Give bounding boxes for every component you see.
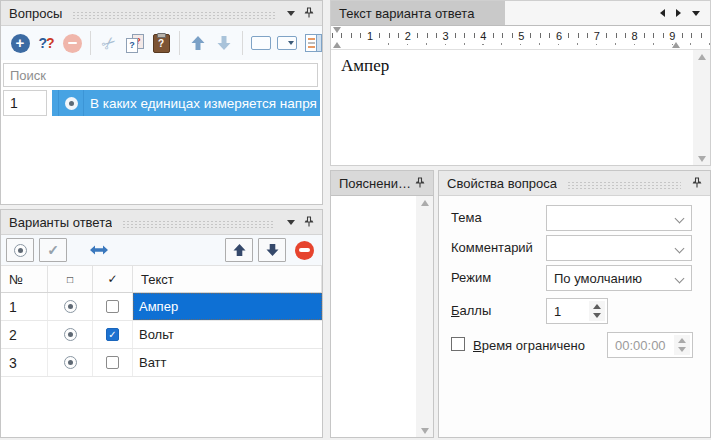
- cut-button[interactable]: [96, 30, 122, 56]
- new-window-button[interactable]: [248, 30, 274, 56]
- explanations-pin-icon[interactable]: [414, 177, 426, 189]
- questions-menu-caret-icon[interactable]: [287, 11, 295, 16]
- window-dropdown-icon: [277, 36, 297, 50]
- swap-answers-button[interactable]: [86, 243, 112, 257]
- theme-combobox[interactable]: [546, 205, 692, 231]
- answer-radio-cell[interactable]: [48, 321, 93, 348]
- properties-panel-title: Свойства вопроса: [447, 176, 557, 191]
- tab-scroll-left-icon[interactable]: [660, 9, 665, 17]
- spin-up-icon[interactable]: [593, 304, 601, 309]
- check-icon: [47, 243, 59, 257]
- right-indent-marker[interactable]: [672, 42, 680, 48]
- remove-answer-button[interactable]: [291, 237, 317, 263]
- scroll-up-icon[interactable]: [698, 54, 706, 60]
- answer-number-cell[interactable]: 3: [1, 349, 48, 376]
- first-line-indent-marker[interactable]: [333, 27, 341, 33]
- ruler[interactable]: 123456789: [331, 26, 710, 50]
- remove-question-button[interactable]: [59, 30, 85, 56]
- answer-text-cell-selected[interactable]: Ампер: [133, 293, 322, 320]
- answers-table-header: № □ ✓ Текст: [1, 265, 322, 293]
- radio-icon[interactable]: [64, 300, 77, 313]
- answer-text-editor[interactable]: Ампер: [331, 50, 710, 166]
- checkbox-unchecked-icon[interactable]: [106, 300, 119, 313]
- properties-panel-header: Свойства вопроса: [439, 171, 710, 196]
- spinner-buttons[interactable]: [589, 301, 605, 321]
- answer-number-cell[interactable]: 1: [1, 293, 48, 320]
- question-selected-region[interactable]: В каких единицах измеряется напря: [52, 90, 320, 116]
- tab-scroll-right-icon[interactable]: [676, 9, 681, 17]
- answer-check-cell[interactable]: [93, 321, 133, 348]
- answer-number-cell[interactable]: 2: [1, 321, 48, 348]
- properties-panel-grip: [567, 181, 681, 190]
- search-input[interactable]: [3, 63, 318, 87]
- answer-row[interactable]: 2 Вольт: [1, 321, 322, 349]
- cut-icon: [98, 32, 120, 54]
- paste-question-button[interactable]: ?: [148, 30, 174, 56]
- answer-text-tab[interactable]: Текст варианта ответа: [331, 1, 505, 25]
- scroll-down-icon[interactable]: [698, 156, 706, 162]
- column-header-number[interactable]: №: [1, 266, 48, 292]
- answer-text-cell[interactable]: Вольт: [133, 321, 322, 348]
- column-header-radio[interactable]: □: [48, 266, 93, 292]
- left-indent-marker[interactable]: [333, 42, 341, 48]
- answer-check-cell[interactable]: [93, 293, 133, 320]
- questions-pin-icon[interactable]: [303, 7, 315, 19]
- radio-icon[interactable]: [64, 356, 77, 369]
- explanations-panel-header: Пояснения...: [331, 171, 433, 196]
- checkbox-unchecked-icon[interactable]: [106, 356, 119, 369]
- scroll-down-icon[interactable]: [421, 428, 429, 434]
- scroll-up-icon[interactable]: [421, 200, 429, 206]
- answer-text-content[interactable]: Ампер: [331, 50, 710, 82]
- checkbox-checked-icon[interactable]: [106, 328, 119, 341]
- spin-up-icon[interactable]: [678, 338, 686, 343]
- answer-row[interactable]: 1 Ампер: [1, 293, 322, 321]
- question-number-cell[interactable]: 1: [3, 90, 47, 116]
- spin-down-icon[interactable]: [678, 347, 686, 352]
- answer-check-cell[interactable]: [93, 349, 133, 376]
- comment-combobox[interactable]: [546, 235, 692, 261]
- properties-pin-icon[interactable]: [691, 177, 703, 189]
- answer-row[interactable]: 3 Ватт: [1, 349, 322, 377]
- mode-combobox[interactable]: По умолчанию: [546, 265, 692, 291]
- vertical-scrollbar[interactable]: [693, 50, 710, 166]
- column-header-check[interactable]: ✓: [93, 266, 133, 292]
- multi-choice-button[interactable]: [39, 238, 67, 262]
- ruler-number: 4: [477, 29, 489, 44]
- spin-down-icon[interactable]: [593, 313, 601, 318]
- answers-menu-caret-icon[interactable]: [287, 220, 295, 225]
- answers-toolbar-right-group: [225, 237, 317, 263]
- radio-icon[interactable]: [64, 328, 77, 341]
- properties-body: Тема Комментарий Режим По умолчанию Балл…: [439, 196, 710, 438]
- answer-radio-cell[interactable]: [48, 293, 93, 320]
- time-limit-checkbox[interactable]: [451, 337, 465, 351]
- points-spinner[interactable]: 1: [546, 298, 608, 324]
- time-limit-field[interactable]: 00:00:00: [607, 332, 693, 358]
- explanations-editor[interactable]: [331, 196, 433, 438]
- single-choice-button[interactable]: [6, 238, 34, 262]
- move-answer-down-button[interactable]: [258, 238, 286, 262]
- window-dropdown-button[interactable]: [274, 30, 300, 56]
- vertical-scrollbar[interactable]: [416, 196, 433, 438]
- move-question-down-button[interactable]: [211, 30, 237, 56]
- remove-answer-icon: [295, 241, 314, 260]
- down-arrow-icon: [265, 243, 280, 257]
- answers-pin-icon[interactable]: [303, 216, 315, 228]
- question-type-cell[interactable]: [59, 90, 84, 116]
- copy-question-icon: ??: [125, 34, 145, 53]
- tab-list-dropdown-icon[interactable]: [692, 11, 700, 16]
- move-answer-up-button[interactable]: [225, 238, 253, 262]
- answer-text-cell[interactable]: Ватт: [133, 349, 322, 376]
- copy-question-button[interactable]: ??: [122, 30, 148, 56]
- spinner-buttons[interactable]: [674, 335, 690, 355]
- app-window: Вопросы ?? ?? ?: [0, 0, 711, 440]
- column-header-text[interactable]: Текст: [133, 266, 322, 292]
- answer-radio-cell[interactable]: [48, 349, 93, 376]
- move-question-up-button[interactable]: [185, 30, 211, 56]
- add-question-button[interactable]: [7, 30, 33, 56]
- question-details-button[interactable]: [300, 30, 323, 56]
- window-icon: [251, 36, 271, 50]
- toolbar-separator: [179, 31, 180, 55]
- question-row[interactable]: 1 В каких единицах измеряется напря: [3, 90, 320, 116]
- duplicate-question-button[interactable]: ??: [33, 30, 59, 56]
- question-text-cell[interactable]: В каких единицах измеряется напря: [84, 90, 320, 116]
